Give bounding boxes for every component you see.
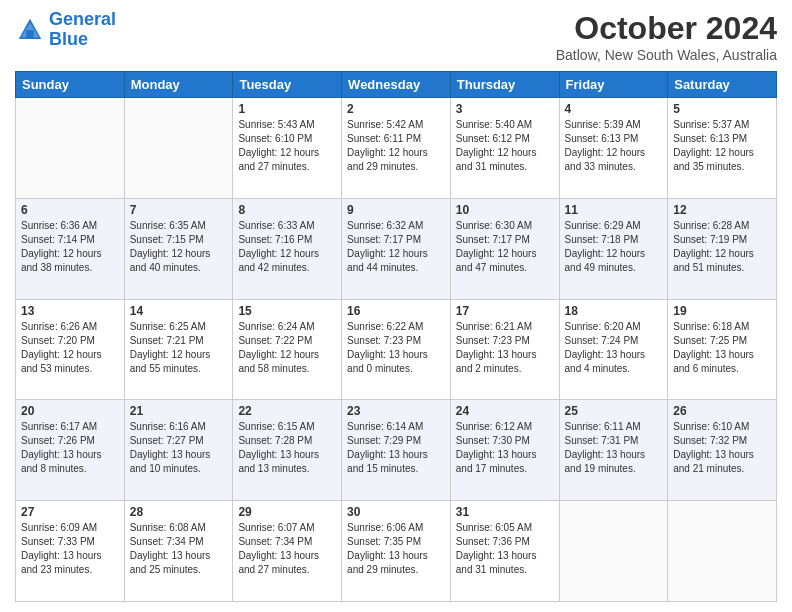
- day-number: 31: [456, 505, 554, 519]
- day-number: 3: [456, 102, 554, 116]
- calendar-header-row: SundayMondayTuesdayWednesdayThursdayFrid…: [16, 72, 777, 98]
- day-number: 12: [673, 203, 771, 217]
- day-number: 26: [673, 404, 771, 418]
- calendar-cell: [668, 501, 777, 602]
- day-info: Sunrise: 6:29 AM Sunset: 7:18 PM Dayligh…: [565, 219, 663, 275]
- day-info: Sunrise: 6:20 AM Sunset: 7:24 PM Dayligh…: [565, 320, 663, 376]
- calendar-cell: 2Sunrise: 5:42 AM Sunset: 6:11 PM Daylig…: [342, 98, 451, 199]
- weekday-header: Tuesday: [233, 72, 342, 98]
- day-info: Sunrise: 6:08 AM Sunset: 7:34 PM Dayligh…: [130, 521, 228, 577]
- day-info: Sunrise: 6:06 AM Sunset: 7:35 PM Dayligh…: [347, 521, 445, 577]
- weekday-header: Friday: [559, 72, 668, 98]
- calendar-cell: 4Sunrise: 5:39 AM Sunset: 6:13 PM Daylig…: [559, 98, 668, 199]
- calendar-cell: 24Sunrise: 6:12 AM Sunset: 7:30 PM Dayli…: [450, 400, 559, 501]
- weekday-header: Wednesday: [342, 72, 451, 98]
- calendar-cell: 16Sunrise: 6:22 AM Sunset: 7:23 PM Dayli…: [342, 299, 451, 400]
- location: Batlow, New South Wales, Australia: [556, 47, 777, 63]
- calendar-cell: 20Sunrise: 6:17 AM Sunset: 7:26 PM Dayli…: [16, 400, 125, 501]
- day-number: 5: [673, 102, 771, 116]
- calendar-week-row: 6Sunrise: 6:36 AM Sunset: 7:14 PM Daylig…: [16, 198, 777, 299]
- calendar-cell: 28Sunrise: 6:08 AM Sunset: 7:34 PM Dayli…: [124, 501, 233, 602]
- svg-rect-2: [26, 30, 34, 39]
- day-info: Sunrise: 6:26 AM Sunset: 7:20 PM Dayligh…: [21, 320, 119, 376]
- day-info: Sunrise: 5:43 AM Sunset: 6:10 PM Dayligh…: [238, 118, 336, 174]
- calendar-cell: [559, 501, 668, 602]
- day-number: 4: [565, 102, 663, 116]
- day-number: 6: [21, 203, 119, 217]
- calendar-cell: 22Sunrise: 6:15 AM Sunset: 7:28 PM Dayli…: [233, 400, 342, 501]
- weekday-header: Monday: [124, 72, 233, 98]
- day-info: Sunrise: 6:25 AM Sunset: 7:21 PM Dayligh…: [130, 320, 228, 376]
- weekday-header: Saturday: [668, 72, 777, 98]
- calendar-cell: 1Sunrise: 5:43 AM Sunset: 6:10 PM Daylig…: [233, 98, 342, 199]
- calendar-cell: 11Sunrise: 6:29 AM Sunset: 7:18 PM Dayli…: [559, 198, 668, 299]
- day-info: Sunrise: 6:18 AM Sunset: 7:25 PM Dayligh…: [673, 320, 771, 376]
- day-number: 15: [238, 304, 336, 318]
- day-number: 17: [456, 304, 554, 318]
- calendar-week-row: 1Sunrise: 5:43 AM Sunset: 6:10 PM Daylig…: [16, 98, 777, 199]
- calendar-cell: 9Sunrise: 6:32 AM Sunset: 7:17 PM Daylig…: [342, 198, 451, 299]
- logo-general: General: [49, 9, 116, 29]
- weekday-header: Thursday: [450, 72, 559, 98]
- title-section: October 2024 Batlow, New South Wales, Au…: [556, 10, 777, 63]
- day-info: Sunrise: 6:32 AM Sunset: 7:17 PM Dayligh…: [347, 219, 445, 275]
- calendar-cell: 18Sunrise: 6:20 AM Sunset: 7:24 PM Dayli…: [559, 299, 668, 400]
- day-number: 18: [565, 304, 663, 318]
- calendar-cell: 10Sunrise: 6:30 AM Sunset: 7:17 PM Dayli…: [450, 198, 559, 299]
- logo-icon: [15, 15, 45, 45]
- logo: General Blue: [15, 10, 116, 50]
- day-number: 11: [565, 203, 663, 217]
- header: General Blue October 2024 Batlow, New So…: [15, 10, 777, 63]
- calendar-cell: 30Sunrise: 6:06 AM Sunset: 7:35 PM Dayli…: [342, 501, 451, 602]
- calendar-cell: 26Sunrise: 6:10 AM Sunset: 7:32 PM Dayli…: [668, 400, 777, 501]
- calendar-cell: 21Sunrise: 6:16 AM Sunset: 7:27 PM Dayli…: [124, 400, 233, 501]
- page: General Blue October 2024 Batlow, New So…: [0, 0, 792, 612]
- calendar-cell: 19Sunrise: 6:18 AM Sunset: 7:25 PM Dayli…: [668, 299, 777, 400]
- logo-blue: Blue: [49, 29, 88, 49]
- day-number: 21: [130, 404, 228, 418]
- calendar-cell: 13Sunrise: 6:26 AM Sunset: 7:20 PM Dayli…: [16, 299, 125, 400]
- day-info: Sunrise: 6:09 AM Sunset: 7:33 PM Dayligh…: [21, 521, 119, 577]
- calendar-week-row: 13Sunrise: 6:26 AM Sunset: 7:20 PM Dayli…: [16, 299, 777, 400]
- day-number: 30: [347, 505, 445, 519]
- calendar-table: SundayMondayTuesdayWednesdayThursdayFrid…: [15, 71, 777, 602]
- day-info: Sunrise: 5:37 AM Sunset: 6:13 PM Dayligh…: [673, 118, 771, 174]
- calendar-cell: 14Sunrise: 6:25 AM Sunset: 7:21 PM Dayli…: [124, 299, 233, 400]
- day-number: 28: [130, 505, 228, 519]
- calendar-cell: 25Sunrise: 6:11 AM Sunset: 7:31 PM Dayli…: [559, 400, 668, 501]
- day-info: Sunrise: 6:12 AM Sunset: 7:30 PM Dayligh…: [456, 420, 554, 476]
- day-number: 27: [21, 505, 119, 519]
- day-number: 1: [238, 102, 336, 116]
- day-info: Sunrise: 5:42 AM Sunset: 6:11 PM Dayligh…: [347, 118, 445, 174]
- calendar-cell: 29Sunrise: 6:07 AM Sunset: 7:34 PM Dayli…: [233, 501, 342, 602]
- day-number: 16: [347, 304, 445, 318]
- day-info: Sunrise: 6:07 AM Sunset: 7:34 PM Dayligh…: [238, 521, 336, 577]
- day-info: Sunrise: 6:30 AM Sunset: 7:17 PM Dayligh…: [456, 219, 554, 275]
- day-number: 14: [130, 304, 228, 318]
- day-info: Sunrise: 6:22 AM Sunset: 7:23 PM Dayligh…: [347, 320, 445, 376]
- weekday-header: Sunday: [16, 72, 125, 98]
- day-info: Sunrise: 5:40 AM Sunset: 6:12 PM Dayligh…: [456, 118, 554, 174]
- day-number: 25: [565, 404, 663, 418]
- day-info: Sunrise: 6:33 AM Sunset: 7:16 PM Dayligh…: [238, 219, 336, 275]
- calendar-cell: 12Sunrise: 6:28 AM Sunset: 7:19 PM Dayli…: [668, 198, 777, 299]
- calendar-cell: 31Sunrise: 6:05 AM Sunset: 7:36 PM Dayli…: [450, 501, 559, 602]
- day-info: Sunrise: 6:16 AM Sunset: 7:27 PM Dayligh…: [130, 420, 228, 476]
- day-info: Sunrise: 6:35 AM Sunset: 7:15 PM Dayligh…: [130, 219, 228, 275]
- day-info: Sunrise: 6:24 AM Sunset: 7:22 PM Dayligh…: [238, 320, 336, 376]
- day-info: Sunrise: 6:36 AM Sunset: 7:14 PM Dayligh…: [21, 219, 119, 275]
- day-number: 29: [238, 505, 336, 519]
- day-info: Sunrise: 6:11 AM Sunset: 7:31 PM Dayligh…: [565, 420, 663, 476]
- day-number: 10: [456, 203, 554, 217]
- calendar-cell: 27Sunrise: 6:09 AM Sunset: 7:33 PM Dayli…: [16, 501, 125, 602]
- logo-text: General Blue: [49, 10, 116, 50]
- day-info: Sunrise: 6:10 AM Sunset: 7:32 PM Dayligh…: [673, 420, 771, 476]
- calendar-cell: 3Sunrise: 5:40 AM Sunset: 6:12 PM Daylig…: [450, 98, 559, 199]
- day-number: 8: [238, 203, 336, 217]
- day-number: 13: [21, 304, 119, 318]
- calendar-cell: 23Sunrise: 6:14 AM Sunset: 7:29 PM Dayli…: [342, 400, 451, 501]
- calendar-cell: [16, 98, 125, 199]
- calendar-week-row: 27Sunrise: 6:09 AM Sunset: 7:33 PM Dayli…: [16, 501, 777, 602]
- day-info: Sunrise: 6:14 AM Sunset: 7:29 PM Dayligh…: [347, 420, 445, 476]
- month-title: October 2024: [556, 10, 777, 47]
